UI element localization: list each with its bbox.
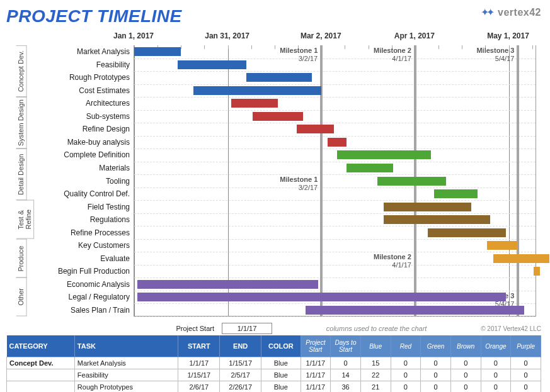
task-label: Key Customers <box>78 241 130 250</box>
gantt-bar <box>487 241 518 250</box>
gantt-bar <box>297 125 334 133</box>
table-header: END <box>220 335 261 357</box>
table-row[interactable]: Concept Dev.Market Analysis1/1/171/15/17… <box>7 357 541 369</box>
data-table-area: Project Start 1/1/17 columns used to cre… <box>6 323 541 392</box>
gantt-bar <box>137 293 506 301</box>
gantt-bar <box>253 112 302 121</box>
milestone-marker <box>517 45 519 316</box>
group-label: Test & Refine <box>16 200 34 239</box>
axis-date-label: Jan 1, 2017 <box>113 31 154 40</box>
table-header: Purple <box>511 335 541 357</box>
table-header: Project Start <box>301 335 331 357</box>
brand-logo: ✦✦ vertex42 <box>481 6 541 18</box>
gantt-bar <box>493 254 549 263</box>
table-header: Orange <box>481 335 511 357</box>
task-label: Refine Processes <box>71 228 130 237</box>
milestone-label: Milestone 13/2/17 <box>267 47 321 62</box>
gantt-bar <box>193 86 321 95</box>
gantt-bar <box>434 189 478 198</box>
table-header: Brown <box>450 335 481 357</box>
milestone-label: Milestone 24/1/17 <box>361 253 415 269</box>
table-header: Blue <box>360 335 391 357</box>
table-header: TASK <box>74 335 178 357</box>
table-row[interactable]: Rough Prototypes2/6/172/26/17Blue1/1/173… <box>7 381 541 393</box>
data-table: CATEGORYTASKSTARTENDCOLORProject StartDa… <box>6 335 541 392</box>
task-label: Evaluate <box>100 254 130 263</box>
task-label: Legal / Regulatory <box>69 293 130 301</box>
gantt-bar <box>428 228 506 237</box>
task-label: Quality Control Def. <box>64 189 130 198</box>
milestone-label: Milestone 35/4/17 <box>464 47 518 62</box>
table-header: START <box>178 335 220 357</box>
table-header: Green <box>421 335 451 357</box>
gantt-bar <box>337 150 431 159</box>
task-label: Feasibility <box>96 60 130 69</box>
gantt-chart: Jan 1, 2017Jan 31, 2017Mar 2, 2017Apr 1,… <box>14 30 539 316</box>
gantt-bar <box>384 215 490 224</box>
group-label: System Design <box>16 97 27 148</box>
gantt-bar <box>384 203 471 211</box>
task-label: Complete Definition <box>64 150 130 159</box>
milestone-label: Milestone 13/2/17 <box>267 176 321 191</box>
gantt-bar <box>137 280 318 289</box>
table-note: columns used to create the chart <box>272 325 481 332</box>
task-label: Rough Prototypes <box>69 73 130 82</box>
task-label: Tooling <box>106 177 130 186</box>
gantt-bar <box>328 138 347 147</box>
table-header: COLOR <box>261 335 301 357</box>
task-label: Refine Design <box>83 125 130 133</box>
task-label: Materials <box>99 164 130 172</box>
task-label: Sales Plan / Train <box>71 306 130 315</box>
task-label: Regulations <box>90 215 130 224</box>
axis-date-label: May 1, 2017 <box>487 31 529 40</box>
axis-date-label: Mar 2, 2017 <box>301 31 341 40</box>
group-label: Other <box>16 277 27 316</box>
table-header: Days to Start <box>331 335 361 357</box>
axis-date-label: Jan 31, 2017 <box>205 31 249 40</box>
task-label: Begin Full Production <box>58 267 130 276</box>
page-title: PROJECT TIMELINE <box>6 6 541 26</box>
task-label: Field Testing <box>88 203 130 211</box>
task-label: Economic Analysis <box>67 280 130 289</box>
gantt-bar <box>534 267 540 276</box>
gantt-bar <box>246 73 312 82</box>
project-start-value[interactable]: 1/1/17 <box>222 323 272 334</box>
group-label: Produce <box>16 239 27 278</box>
task-label: Make-buy analysis <box>67 138 130 147</box>
gantt-bar <box>134 47 181 56</box>
axis-date-label: Apr 1, 2017 <box>394 31 435 40</box>
table-row[interactable]: Feasibility1/15/172/5/17Blue1/1/17142200… <box>7 369 541 381</box>
gantt-bar <box>347 164 393 172</box>
copyright: © 2017 Vertex42 LLC <box>481 325 541 332</box>
gantt-bar <box>306 306 524 315</box>
gantt-bar <box>377 177 446 186</box>
task-label: Market Analysis <box>77 47 130 56</box>
gantt-bar <box>178 60 246 69</box>
gantt-bar <box>231 99 278 108</box>
table-header: CATEGORY <box>7 335 75 357</box>
table-header: Red <box>391 335 421 357</box>
project-start-label: Project Start <box>6 325 222 332</box>
group-label: Detail Design <box>16 148 27 200</box>
task-label: Cost Estimates <box>79 86 130 95</box>
task-label: Architectures <box>86 99 130 108</box>
group-label: Concept Dev. <box>16 45 27 97</box>
milestone-label: Milestone 24/1/17 <box>361 47 415 62</box>
task-label: Sub-systems <box>86 112 130 121</box>
